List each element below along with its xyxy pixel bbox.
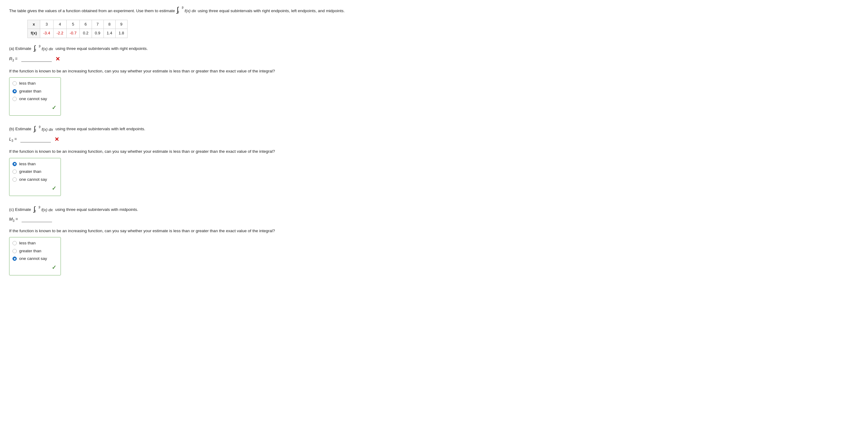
section-b-radio-less-than[interactable]: [12, 162, 17, 166]
intro-text: The table gives the values of a function…: [9, 6, 859, 14]
section-b-answer-label: L3 =: [9, 136, 17, 143]
section-a: (a) Estimate ∫ 9 3 f(x) dx using three e…: [9, 45, 859, 116]
section-c-radio-greater-than[interactable]: [12, 249, 17, 253]
section-b-option-less-than[interactable]: less than: [12, 161, 56, 167]
section-b-option-greater-than[interactable]: greater than: [12, 168, 56, 175]
section-a-radio-less-than[interactable]: [12, 81, 17, 86]
section-c-question: If the function is known to be an increa…: [9, 227, 859, 234]
section-a-option-one-cannot-say[interactable]: one cannot say: [12, 96, 56, 102]
section-b-integral: ∫ 9 3 f(x) dx: [34, 125, 53, 133]
section-c-option-less-than[interactable]: less than: [12, 240, 56, 246]
section-a-answer-label: R3 =: [9, 55, 18, 63]
section-c-answer-label: M3 =: [9, 216, 18, 223]
section-a-label: (a) Estimate: [9, 45, 31, 52]
section-c-label: (c) Estimate: [9, 206, 31, 213]
section-a-integral: ∫ 9 3 f(x) dx: [34, 45, 53, 52]
section-a-answer-blank[interactable]: [21, 56, 52, 62]
section-a-description: using three equal subintervals with righ…: [55, 45, 148, 52]
section-b-radio-one-cannot-say[interactable]: [12, 177, 17, 182]
section-a-option-less-than[interactable]: less than: [12, 80, 56, 87]
section-c-radio-less-than[interactable]: [12, 241, 17, 245]
intro-integral: ∫ 9 3 f(x) dx: [177, 6, 196, 14]
section-a-radio-one-cannot-say[interactable]: [12, 97, 17, 101]
section-b-description: using three equal subintervals with left…: [55, 126, 145, 132]
section-a-radio-box: less than greater than one cannot say ✓: [9, 77, 61, 116]
section-c-answer-blank[interactable]: [22, 217, 52, 222]
section-b: (b) Estimate ∫ 9 3 f(x) dx using three e…: [9, 125, 859, 196]
section-c: (c) Estimate ∫ 9 3 f(x) dx using three e…: [9, 206, 859, 275]
section-c-check-mark: ✓: [52, 263, 56, 272]
section-c-option-greater-than[interactable]: greater than: [12, 248, 56, 254]
section-b-radio-greater-than[interactable]: [12, 170, 17, 174]
section-a-radio-greater-than[interactable]: [12, 89, 17, 93]
section-a-check-mark: ✓: [52, 103, 56, 112]
section-b-option-one-cannot-say[interactable]: one cannot say: [12, 176, 56, 183]
section-b-radio-box: less than greater than one cannot say ✓: [9, 158, 61, 196]
section-c-description: using three equal subintervals with midp…: [55, 206, 138, 213]
section-c-radio-box: less than greater than one cannot say ✓: [9, 237, 61, 275]
table-header-fx: f(x): [28, 29, 40, 38]
section-b-question: If the function is known to be an increa…: [9, 148, 859, 155]
section-b-error-mark: ✕: [55, 135, 59, 144]
section-c-option-one-cannot-say[interactable]: one cannot say: [12, 255, 56, 262]
section-c-radio-one-cannot-say[interactable]: [12, 256, 17, 261]
section-a-question: If the function is known to be an increa…: [9, 68, 859, 74]
section-c-integral: ∫ 9 3 f(x) dx: [33, 206, 53, 213]
section-a-option-greater-than[interactable]: greater than: [12, 88, 56, 95]
section-b-label: (b) Estimate: [9, 126, 31, 132]
section-b-check-mark: ✓: [52, 184, 56, 193]
section-b-answer-blank[interactable]: [21, 137, 51, 143]
section-a-error-mark: ✕: [55, 55, 60, 64]
table-header-x: x: [28, 20, 40, 29]
data-table: x 3 4 5 6 7 8 9 f(x) -3.4 -2.2 -0.7 0.2 …: [27, 20, 127, 38]
